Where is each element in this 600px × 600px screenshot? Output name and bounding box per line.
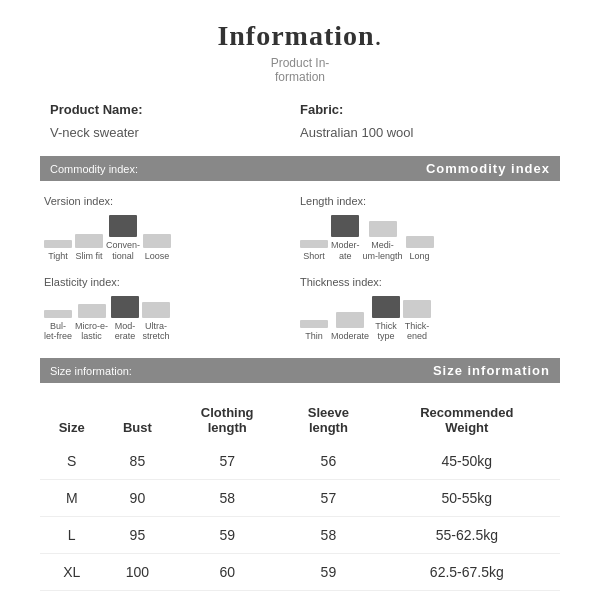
bar-medium-length: Medi-um-length [363, 221, 403, 262]
subtitle: Product In- formation [40, 56, 560, 84]
table-cell: 60 [171, 554, 283, 591]
bar-bullet-free: Bul-let-free [44, 310, 72, 343]
thickness-index-block: Thickness index: Thin Moderate Thicktype… [300, 276, 556, 343]
thickness-bars: Thin Moderate Thicktype Thick-ened [300, 296, 556, 343]
col-bust: Bust [103, 397, 171, 443]
page: Information. Product In- formation Produ… [0, 0, 600, 600]
table-cell: 61 [171, 591, 283, 600]
product-name-col: Product Name: V-neck sweater [50, 102, 300, 140]
size-header-right: Size information [433, 363, 550, 378]
table-row: L95595855-62.5kg [40, 517, 560, 554]
bar-thick-type: Thicktype [372, 296, 400, 343]
thickness-index-title: Thickness index: [300, 276, 556, 288]
bar-loose: Loose [143, 234, 171, 262]
table-cell: 59 [283, 554, 374, 591]
col-sleeve-length: Sleevelength [283, 397, 374, 443]
table-cell: 50-55kg [374, 480, 560, 517]
col-recommended-weight: RecommendedWeight [374, 397, 560, 443]
size-table: Size Bust Clothinglength Sleevelength Re… [40, 397, 560, 600]
col-size: Size [40, 397, 103, 443]
table-cell: M [40, 480, 103, 517]
index-row-1: Version index: Tight Slim fit Conven-tio… [40, 195, 560, 262]
size-header-left: Size information: [50, 365, 132, 377]
product-name-value: V-neck sweater [50, 125, 300, 140]
table-row: M90585750-55kg [40, 480, 560, 517]
index-row-2: Elasticity index: Bul-let-free Micro-e-l… [40, 276, 560, 343]
length-index-block: Length index: Short Moder-ate Medi-um-le… [300, 195, 556, 262]
commodity-header-left: Commodity index: [50, 163, 138, 175]
bar-tight: Tight [44, 240, 72, 262]
version-bars: Tight Slim fit Conven-tional Loose [44, 215, 300, 262]
table-header-row: Size Bust Clothinglength Sleevelength Re… [40, 397, 560, 443]
fabric-col: Fabric: Australian 100 wool [300, 102, 550, 140]
commodity-header-right: Commodity index [426, 161, 550, 176]
table-cell: 58 [283, 517, 374, 554]
table-cell: 58 [171, 480, 283, 517]
table-row: XXL105616067.5-75kg [40, 591, 560, 600]
table-cell: 85 [103, 443, 171, 480]
bar-ultra-stretch: Ultra-stretch [142, 302, 170, 343]
table-cell: 95 [103, 517, 171, 554]
bar-slim: Slim fit [75, 234, 103, 262]
bar-moderate: Moder-ate [331, 215, 360, 262]
bar-moderate-thick: Moderate [331, 312, 369, 342]
product-section: Product Name: V-neck sweater Fabric: Aus… [40, 102, 560, 140]
product-name-label: Product Name: [50, 102, 300, 117]
bar-short: Short [300, 240, 328, 262]
table-cell: 90 [103, 480, 171, 517]
bar-micro-elastic: Micro-e-lastic [75, 304, 108, 343]
table-cell: 67.5-75kg [374, 591, 560, 600]
bar-thin: Thin [300, 320, 328, 342]
size-header: Size information: Size information [40, 358, 560, 383]
table-cell: S [40, 443, 103, 480]
table-cell: 59 [171, 517, 283, 554]
length-index-title: Length index: [300, 195, 556, 207]
elasticity-index-title: Elasticity index: [44, 276, 300, 288]
table-cell: XL [40, 554, 103, 591]
bar-long: Long [406, 236, 434, 262]
commodity-header: Commodity index: Commodity index [40, 156, 560, 181]
col-clothing-length: Clothinglength [171, 397, 283, 443]
table-row: XL100605962.5-67.5kg [40, 554, 560, 591]
length-bars: Short Moder-ate Medi-um-length Long [300, 215, 556, 262]
elasticity-index-block: Elasticity index: Bul-let-free Micro-e-l… [44, 276, 300, 343]
table-cell: 60 [283, 591, 374, 600]
table-cell: 57 [171, 443, 283, 480]
table-row: S85575645-50kg [40, 443, 560, 480]
table-cell: 62.5-67.5kg [374, 554, 560, 591]
version-index-title: Version index: [44, 195, 300, 207]
bar-mod-erate: Mod-erate [111, 296, 139, 343]
table-cell: XXL [40, 591, 103, 600]
size-section: Size information: Size information Size … [40, 358, 560, 600]
table-cell: 55-62.5kg [374, 517, 560, 554]
bar-conventional: Conven-tional [106, 215, 140, 262]
page-title-area: Information. Product In- formation [40, 20, 560, 84]
fabric-label: Fabric: [300, 102, 550, 117]
table-cell: L [40, 517, 103, 554]
table-cell: 45-50kg [374, 443, 560, 480]
bar-thickened: Thick-ened [403, 300, 431, 343]
table-cell: 57 [283, 480, 374, 517]
table-cell: 100 [103, 554, 171, 591]
table-cell: 105 [103, 591, 171, 600]
main-title: Information. [40, 20, 560, 52]
table-cell: 56 [283, 443, 374, 480]
elasticity-bars: Bul-let-free Micro-e-lastic Mod-erate Ul… [44, 296, 300, 343]
fabric-value: Australian 100 wool [300, 125, 550, 140]
version-index-block: Version index: Tight Slim fit Conven-tio… [44, 195, 300, 262]
